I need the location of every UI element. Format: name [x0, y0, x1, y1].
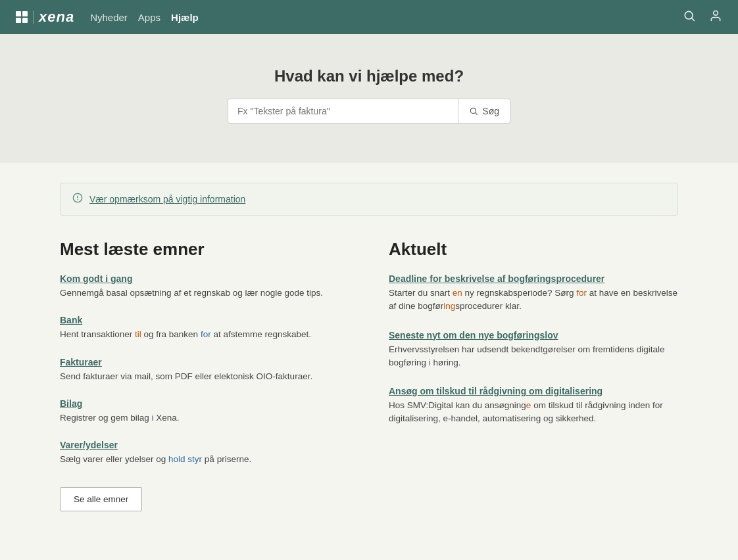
hero-title: Hvad kan vi hjælpe med? — [13, 67, 725, 85]
search-input[interactable] — [228, 99, 458, 123]
logo-grid-icon — [16, 11, 28, 23]
search-button[interactable]: Søg — [458, 99, 510, 123]
svg-point-2 — [714, 11, 718, 15]
aktuelt-section: Aktuelt Deadline for beskrivelse af bogf… — [389, 239, 678, 442]
topic-desc-bank: Hent transaktioner til og fra banken for… — [60, 328, 349, 341]
topic-fakturaer: Fakturaer Send fakturaer via mail, som P… — [60, 356, 349, 383]
news-link-digitalisering[interactable]: Ansøg om tilskud til rådgivning om digit… — [389, 386, 603, 396]
topic-link-bank[interactable]: Bank — [60, 315, 82, 325]
topic-link-varer-ydelser[interactable]: Varer/ydelser — [60, 440, 118, 450]
most-read-section: Mest læste emner Kom godt i gang Gennemg… — [60, 239, 349, 511]
news-link-deadline[interactable]: Deadline for beskrivelse af bogføringspr… — [389, 273, 604, 284]
news-link-bogfoeringslov[interactable]: Seneste nyt om den nye bogføringslov — [389, 330, 558, 340]
topic-link-bilag[interactable]: Bilag — [60, 398, 82, 409]
topic-desc-kom-godt-i-gang: Gennemgå basal opsætning af et regnskab … — [60, 287, 349, 300]
two-col-layout: Mest læste emner Kom godt i gang Gennemg… — [60, 239, 678, 511]
topic-varer-ydelser: Varer/ydelser Sælg varer eller ydelser o… — [60, 439, 349, 466]
topic-desc-fakturaer: Send fakturaer via mail, som PDF eller e… — [60, 370, 349, 383]
news-desc-digitalisering: Hos SMV:Digital kan du ansøgninge om til… — [389, 399, 678, 426]
nav-hjaelp[interactable]: Hjælp — [171, 12, 199, 23]
main-content: Vær opmærksom på vigtig information Mest… — [47, 163, 691, 531]
nav-nyheder[interactable]: Nyheder — [90, 12, 128, 23]
search-box: Søg — [228, 99, 510, 124]
notice-link[interactable]: Vær opmærksom på vigtig information — [89, 194, 245, 204]
svg-line-1 — [692, 18, 695, 20]
topic-bank: Bank Hent transaktioner til og fra banke… — [60, 314, 349, 341]
navbar-right — [683, 9, 722, 26]
news-desc-bogfoeringslov: Erhvervsstyrelsen har udsendt bekendtgør… — [389, 343, 678, 370]
svg-point-3 — [471, 108, 476, 113]
news-bogfoeringslov: Seneste nyt om den nye bogføringslov Erh… — [389, 329, 678, 370]
news-desc-deadline: Starter du snart en ny regnskabsperiode?… — [389, 287, 678, 314]
topic-desc-varer-ydelser: Sælg varer eller ydelser og hold styr på… — [60, 453, 349, 466]
aktuelt-title: Aktuelt — [389, 239, 678, 260]
logo-divider — [33, 11, 34, 24]
notice-banner: Vær opmærksom på vigtig information — [60, 183, 678, 216]
topic-bilag: Bilag Registrer og gem bilag i Xena. — [60, 398, 349, 425]
hero-section: Hvad kan vi hjælpe med? Søg — [0, 34, 738, 163]
logo-area: xena — [16, 9, 74, 26]
nav-apps[interactable]: Apps — [138, 12, 160, 23]
navbar: xena Nyheder Apps Hjælp — [0, 0, 738, 34]
logo-text: xena — [39, 9, 74, 26]
most-read-title: Mest læste emner — [60, 239, 349, 260]
info-icon — [72, 193, 83, 206]
svg-point-0 — [685, 11, 693, 19]
topic-kom-godt-i-gang: Kom godt i gang Gennemgå basal opsætning… — [60, 273, 349, 300]
navbar-left: xena Nyheder Apps Hjælp — [16, 9, 199, 26]
news-digitalisering: Ansøg om tilskud til rådgivning om digit… — [389, 385, 678, 426]
topic-link-kom-godt-i-gang[interactable]: Kom godt i gang — [60, 273, 132, 284]
topic-desc-bilag: Registrer og gem bilag i Xena. — [60, 411, 349, 425]
search-btn-icon — [469, 106, 478, 116]
topic-link-fakturaer[interactable]: Fakturaer — [60, 357, 102, 367]
news-deadline: Deadline for beskrivelse af bogføringspr… — [389, 273, 678, 314]
search-icon[interactable] — [683, 9, 696, 26]
svg-line-4 — [476, 113, 478, 115]
user-icon[interactable] — [709, 9, 722, 26]
nav-links: Nyheder Apps Hjælp — [90, 12, 199, 23]
see-all-button[interactable]: Se alle emner — [60, 487, 142, 511]
